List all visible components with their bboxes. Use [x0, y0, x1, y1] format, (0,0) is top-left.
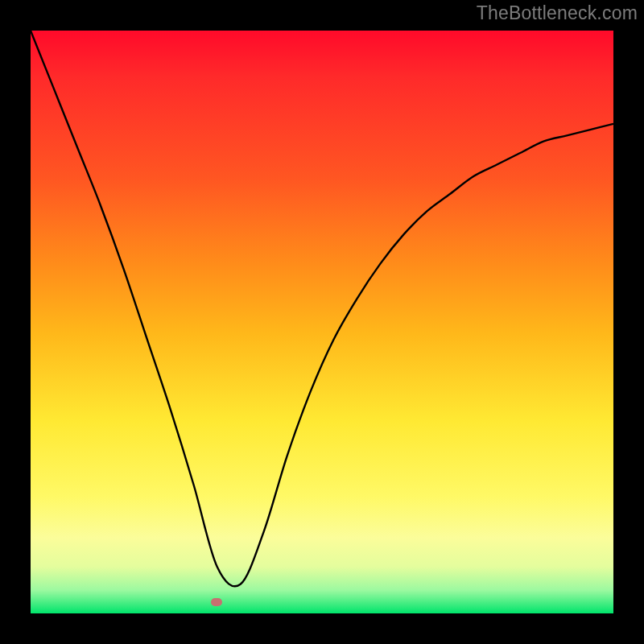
chart-frame: TheBottleneck.com — [0, 0, 644, 644]
optimal-marker — [211, 598, 222, 606]
bottleneck-curve — [31, 31, 613, 613]
watermark: TheBottleneck.com — [477, 2, 638, 24]
